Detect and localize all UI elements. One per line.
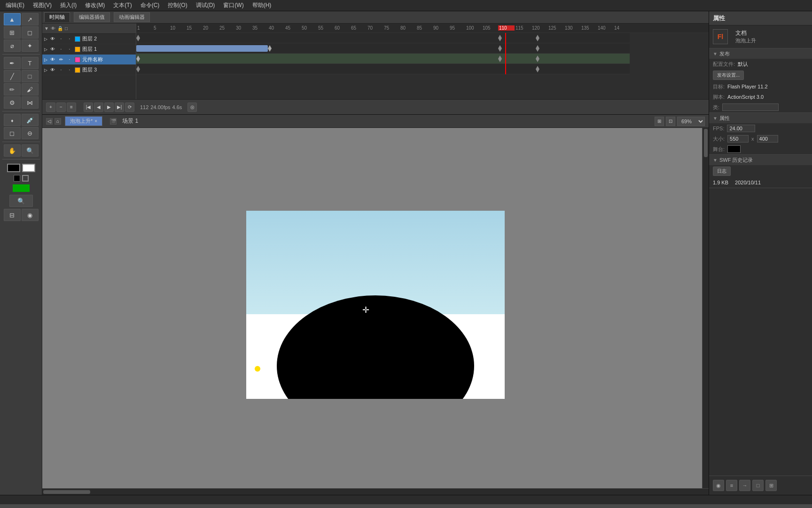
track-layer-1[interactable] <box>136 43 630 54</box>
size-w-input[interactable] <box>727 135 749 143</box>
props-header: 属性 <box>709 11 812 25</box>
smooth-btn[interactable]: ◉ <box>22 209 39 221</box>
track-layer-elem[interactable] <box>136 54 630 64</box>
layer-elem-name: 元件名称 <box>82 56 103 63</box>
h-scrollbar-thumb[interactable] <box>43 490 90 494</box>
magic-wand-tool[interactable]: ✦ <box>22 40 39 52</box>
target-row: 目标: Flash Player 11.2 <box>709 81 812 92</box>
timeline-frames[interactable]: 1 5 10 15 20 25 30 35 40 45 50 55 <box>136 24 709 99</box>
layer-2-outline[interactable]: · <box>66 36 73 42</box>
paint-bucket-tool[interactable]: ⬧ <box>4 114 21 126</box>
tab-motioneditor[interactable]: 编辑器插值 <box>74 12 110 22</box>
lasso-tool[interactable]: ⌀ <box>4 40 21 52</box>
text-tool[interactable]: T <box>22 57 39 69</box>
icon-arrow[interactable]: → <box>739 480 750 491</box>
tab-animeditor[interactable]: 动画编辑器 <box>114 12 150 22</box>
subselect-tool[interactable]: ↗ <box>22 13 39 25</box>
play-btn[interactable]: ▶ <box>104 103 114 112</box>
free-transform-tool[interactable]: ⊞ <box>4 26 21 39</box>
hand-tool[interactable]: ✋ <box>4 144 21 157</box>
rect-tool[interactable]: □ <box>22 70 39 82</box>
frame-num-105: 105 <box>482 25 498 31</box>
layer-elem-lock[interactable]: ✏ <box>58 56 64 63</box>
menu-control[interactable]: 控制(O) <box>164 0 191 10</box>
line-tool[interactable]: ╱ <box>4 70 21 82</box>
layer-row-element[interactable]: ▷ 👁 ✏ · 元件名称 <box>42 55 136 65</box>
attributes-section-header[interactable]: ▼ 属性 <box>709 113 812 123</box>
gradient-tool[interactable]: ◻ <box>22 26 39 39</box>
stroke-color[interactable] <box>7 164 20 172</box>
menu-window[interactable]: 窗口(W) <box>219 0 247 10</box>
layer-2-lock[interactable]: · <box>58 36 64 42</box>
layer-elem-outline[interactable]: · <box>66 56 73 63</box>
bone-tool[interactable]: ⋈ <box>22 96 39 109</box>
frame-num-100: 100 <box>465 25 482 31</box>
select-tool[interactable]: ▲ <box>4 13 21 25</box>
track-layer-3[interactable] <box>136 64 630 74</box>
swap-colors[interactable] <box>14 175 20 182</box>
vertical-scrollbar[interactable] <box>702 128 709 488</box>
menu-help[interactable]: 帮助(H) <box>249 0 275 10</box>
step-back-btn[interactable]: ◀ <box>94 103 103 112</box>
swf-log-btn[interactable]: 日志 <box>713 167 731 176</box>
menu-debug[interactable]: 调试(D) <box>192 0 219 10</box>
stage[interactable] <box>246 211 505 399</box>
swf-section: ▼ SWF 历史记录 日志 1.9 KB 2020/10/11 <box>709 155 812 188</box>
layer-row-1[interactable]: ▷ 👁 · · 图层 1 <box>42 44 136 55</box>
icon-expand[interactable]: ⊞ <box>765 480 777 491</box>
layer-props-btn[interactable]: ≡ <box>67 103 76 112</box>
layer-1-outline[interactable]: · <box>66 46 73 53</box>
brush-tool[interactable]: 🖌 <box>22 83 39 95</box>
layer-2-vis[interactable]: 👁 <box>49 36 56 42</box>
menu-insert[interactable]: 插入(I) <box>56 0 80 10</box>
layer-header: ▼ 👁 🔒 □ <box>42 24 136 34</box>
loop-btn[interactable]: ⟳ <box>125 103 134 112</box>
step-fwd-btn[interactable]: ▶| <box>115 103 124 112</box>
layer-row-3[interactable]: ▷ 👁 · · 图层 3 <box>42 65 136 75</box>
menu-modify[interactable]: 修改(M) <box>81 0 109 10</box>
menu-view[interactable]: 视图(V) <box>29 0 55 10</box>
size-row: 大小: x <box>709 134 812 144</box>
pencil-tool[interactable]: ✏ <box>4 83 21 95</box>
icon-publish[interactable]: ◉ <box>713 480 724 491</box>
default-colors[interactable] <box>22 175 29 182</box>
eraser-tool[interactable]: ◻ <box>4 127 21 139</box>
icon-box[interactable]: □ <box>752 480 764 491</box>
swf-date: 2020/10/11 <box>735 180 761 185</box>
layer-1-vis[interactable]: 👁 <box>49 46 56 53</box>
swf-section-header[interactable]: ▼ SWF 历史记录 <box>709 155 812 165</box>
layer-row-2[interactable]: ▷ 👁 · · 图层 2 <box>42 34 136 44</box>
v-scrollbar-thumb[interactable] <box>704 129 708 157</box>
fill-color[interactable] <box>22 164 35 172</box>
add-layer-btn[interactable]: + <box>46 103 55 112</box>
size-h-input[interactable] <box>757 135 778 143</box>
layer-1-lock[interactable]: · <box>58 46 64 53</box>
menu-text[interactable]: 文本(T) <box>109 0 135 10</box>
publish-section-header[interactable]: ▼ 发布 <box>709 48 812 59</box>
class-input[interactable] <box>722 103 779 111</box>
go-start-btn[interactable]: |◀ <box>84 103 93 112</box>
rubber-tool[interactable]: ⊖ <box>22 127 39 139</box>
icon-settings[interactable]: ≡ <box>726 480 737 491</box>
stage-color-swatch[interactable] <box>727 145 741 153</box>
zoom-tool[interactable]: 🔍 <box>22 144 39 157</box>
menu-command[interactable]: 命令(C) <box>137 0 164 10</box>
layer-3-lock[interactable]: · <box>58 67 64 73</box>
tab-timeline[interactable]: 时间轴 <box>44 12 70 22</box>
track-layer-2[interactable] <box>136 33 630 43</box>
layer-3-vis[interactable]: 👁 <box>49 67 56 73</box>
horizontal-scrollbar[interactable] <box>42 488 709 495</box>
snap-btn[interactable]: ⊟ <box>4 209 21 221</box>
fps-input[interactable] <box>727 125 755 132</box>
layer-elem-vis[interactable]: 👁 <box>49 56 56 63</box>
onion-skin-btn[interactable]: ◎ <box>187 103 197 112</box>
publish-settings-btn[interactable]: 发布设置... <box>713 71 744 80</box>
eyedropper-tool[interactable]: 💉 <box>22 114 39 126</box>
pen-tool[interactable]: ✒ <box>4 57 21 69</box>
layer-3-outline[interactable]: · <box>66 67 73 73</box>
menu-edit[interactable]: 编辑(E) <box>2 0 28 10</box>
deco-tool[interactable]: ⚙ <box>4 96 21 109</box>
search-btn[interactable]: 🔍 <box>9 195 33 207</box>
props-panel: 属性 Fl 文档 泡泡上升 ▼ 发布 配置文件: 默认 <box>709 11 812 495</box>
delete-layer-btn[interactable]: − <box>56 103 66 112</box>
